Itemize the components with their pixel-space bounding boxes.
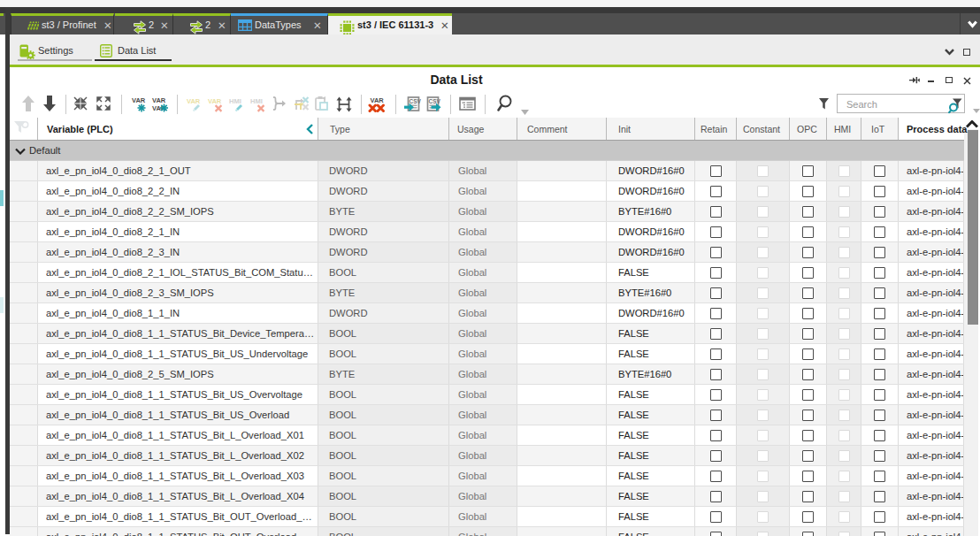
svg-text:VAR: VAR xyxy=(132,96,146,104)
svg-text:VAR: VAR xyxy=(187,97,201,105)
svg-text:VAR: VAR xyxy=(152,96,166,104)
svg-text:CSV: CSV xyxy=(410,98,422,104)
svg-text:HMI: HMI xyxy=(250,97,263,105)
svg-text:HMI: HMI xyxy=(229,97,241,105)
svg-text:VAR: VAR xyxy=(371,96,385,104)
svg-text:VAR: VAR xyxy=(208,97,222,105)
svg-text:CSV: CSV xyxy=(429,98,441,104)
